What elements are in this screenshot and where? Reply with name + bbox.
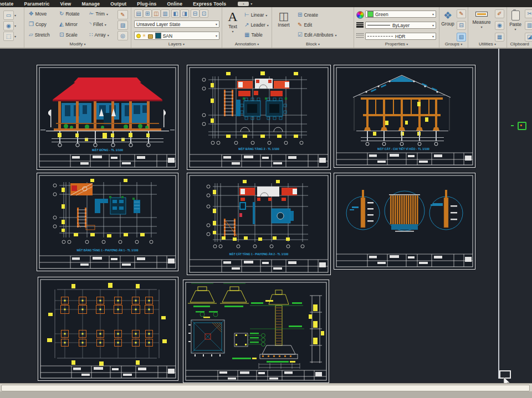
group-edit-button[interactable]: ⊟ (457, 21, 466, 30)
cut-button[interactable]: ✂ (525, 9, 532, 18)
layer-properties-button[interactable]: ▤ (134, 9, 143, 18)
layer-dropdown-icon[interactable]: ▾ (216, 34, 217, 38)
fillet-button[interactable]: ◝Fillet▾ (89, 22, 106, 27)
edit-attributes-icon: ☑ (298, 32, 303, 38)
ribbon-minimize-dropdown-icon[interactable]: ▾ (250, 2, 252, 6)
viewport-rect-button[interactable]: ▭ (3, 11, 14, 20)
ungroup-button[interactable]: ✎ (457, 9, 466, 18)
mirror-icon: ◭ (59, 22, 64, 27)
group-selection-toggle[interactable]: ▧ (457, 33, 466, 42)
calculator-icon: ▦ (497, 34, 502, 40)
tab-express-tools[interactable]: Express Tools (193, 1, 226, 7)
layer-state-dropdown-icon[interactable]: ▾ (216, 22, 217, 26)
offset-button[interactable]: ◎ (117, 31, 128, 40)
calculator-button[interactable]: ▦ (495, 33, 504, 42)
viewport-rect-dropdown-icon[interactable]: ▾ (14, 13, 16, 17)
layer-color-swatch[interactable] (155, 33, 161, 39)
small-block-reference[interactable] (518, 122, 526, 130)
id-point-button[interactable]: ◉ (495, 21, 504, 30)
erase-button[interactable]: ✎ (117, 10, 128, 19)
layer-lock-button[interactable]: ⊟ (191, 9, 200, 18)
scale-button[interactable]: ⊡Scale (59, 32, 78, 38)
drawing-frame-details[interactable] (334, 173, 475, 270)
layer-match-button[interactable]: ⊞ (143, 9, 152, 18)
layer-thaw-sun-icon[interactable]: ✳ (142, 34, 146, 38)
table-button[interactable]: ▦Table (244, 32, 263, 38)
drawing-frame-foundation-details[interactable] (183, 280, 329, 383)
clipboard-panel-label[interactable]: Clipboard (507, 42, 532, 48)
layers-panel-label[interactable]: Layers ▾ (131, 42, 222, 48)
id-point-icon: ◉ (497, 23, 502, 28)
modify-panel-label[interactable]: Modify ▾ (24, 42, 131, 48)
tab-manage[interactable]: Manage (81, 1, 100, 7)
layer-off-button[interactable]: ◨ (180, 9, 189, 18)
tab-output[interactable]: Output (110, 1, 126, 7)
layer-freeze-button[interactable]: ◧ (171, 9, 180, 18)
measure-button[interactable]: Measure ▾ (470, 12, 493, 29)
layer-state-combo[interactable]: Unsaved Layer State▾ (134, 20, 219, 28)
drawing-frame-foundation-plan[interactable] (38, 277, 178, 381)
trim-icon: ✁ (89, 11, 94, 17)
explode-button[interactable]: ▨ (117, 20, 128, 30)
lineweight-combo[interactable]: ByLayer ▾ (365, 22, 436, 29)
ribbon-minimize-button[interactable]: ▪ (238, 2, 249, 6)
layer-combo[interactable]: ✳ SAN ▾ (134, 32, 219, 40)
rotate-button[interactable]: ↻Rotate (59, 11, 79, 17)
color-dropdown-icon[interactable]: ▾ (432, 12, 434, 16)
block-panel-label[interactable]: Block ▾ (272, 42, 354, 48)
tab-view[interactable]: View (60, 1, 71, 7)
insert-button[interactable]: ◫ Insert (274, 11, 293, 28)
array-button[interactable]: ∷Array▾ (89, 32, 109, 38)
edit-block-button[interactable]: ✎Edit (298, 22, 312, 28)
trim-button[interactable]: ✁Trim▾ (89, 11, 108, 17)
linetype-combo[interactable]: HDR ▾ (365, 33, 436, 40)
linetype-dropdown-icon[interactable]: ▾ (432, 34, 434, 38)
dashed-rect-icon: ⬚ (6, 34, 11, 39)
panel-left-partial: ▭ ▾ ◉ ▾ ⬚ ▾ (0, 7, 24, 48)
tab-annotate[interactable]: Annotate (0, 1, 13, 7)
tab-online[interactable]: Online (167, 1, 182, 7)
view-eye-button[interactable]: ◉ (3, 21, 14, 30)
boundary-button[interactable]: ⬚ (3, 32, 14, 41)
drawing-frame-plan-1[interactable]: MẶT BẰNG TẦNG 1 - PHƯƠNG ÁN 1 - TL 1/100 (37, 173, 178, 271)
text-button[interactable]: A Text ▾ (223, 10, 242, 33)
drawing-frame-section[interactable]: MẶT CẮT - CHI TIẾT VÌ KÈO - TL 1/100 (334, 65, 475, 168)
layer-on-bulb-icon[interactable] (136, 34, 141, 38)
boundary-dropdown-icon[interactable]: ▾ (14, 34, 16, 38)
annotation-panel-label[interactable]: Annotation ▾ (222, 42, 272, 48)
leader-icon: ↗ (244, 22, 249, 28)
paste-special-button[interactable]: ◪ (525, 33, 532, 42)
layer-prev-button[interactable]: ◫ (152, 9, 161, 18)
edit-attributes-button[interactable]: ☑Edit Attributes▾ (298, 32, 336, 38)
layer-lock-state-icon[interactable] (148, 34, 153, 39)
lineweight-dropdown-icon[interactable]: ▾ (432, 23, 434, 27)
tab-plugins[interactable]: Plug-ins (137, 1, 156, 7)
properties-panel-label[interactable]: Properties ▾ (354, 42, 439, 48)
layer-isolate-button[interactable]: ▥ (161, 9, 170, 18)
drawing-frame-plan-2[interactable]: MẶT BẰNG TẦNG 2 - TL 1/100 (187, 65, 331, 170)
layer-unlock-button[interactable]: ⊡ (200, 9, 208, 18)
linear-dimension-button[interactable]: ⊢Linear▾ (244, 12, 267, 18)
horizontal-scrollbar[interactable] (0, 383, 532, 391)
copy-button[interactable]: ❐Copy (29, 22, 47, 27)
view-eye-dropdown-icon[interactable]: ▾ (14, 24, 16, 28)
drawing-frame-elevation[interactable]: MẶT ĐỨNG - TL 1/100 (37, 65, 178, 170)
group-button[interactable]: ❖ Group (438, 11, 457, 27)
copy-clip-button[interactable]: ▥ (525, 21, 532, 30)
bottom-strip (0, 391, 532, 398)
horizontal-scrollbar-thumb[interactable] (1, 385, 530, 391)
groups-panel-label[interactable]: Groups ▾ (439, 42, 468, 48)
create-block-button[interactable]: ⊞Create (298, 12, 318, 18)
mirror-button[interactable]: ◭Mirror (59, 22, 78, 27)
linear-dimension-icon: ⊢ (244, 12, 249, 18)
utilities-panel-label[interactable]: Utilities ▾ (468, 42, 507, 48)
paste-button[interactable]: Paste ▾ (507, 11, 525, 31)
drawing-frame-plan-section[interactable]: MẶT CẮT TẦNG 1 - PHƯƠNG ÁN 2 - TL 1/100 (187, 173, 331, 275)
quick-select-button[interactable]: ✐ (495, 9, 504, 18)
tab-parametric[interactable]: Parametric (24, 1, 49, 7)
leader-button[interactable]: ↗Leader▾ (244, 22, 269, 28)
stretch-button[interactable]: ▱Stretch (29, 32, 50, 38)
model-space-canvas[interactable]: MẶT ĐỨNG - TL 1/100 (0, 49, 532, 383)
move-button[interactable]: ✥Move (29, 11, 47, 17)
object-color-combo[interactable]: Green ▾ (365, 11, 436, 18)
